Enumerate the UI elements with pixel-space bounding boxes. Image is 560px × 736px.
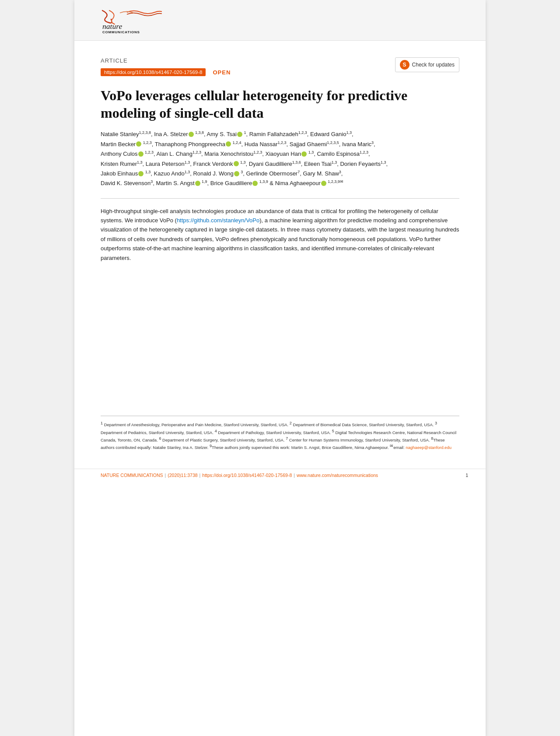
orcid-icon-12 xyxy=(321,181,326,186)
author-6: Thanaphong Phongpreecha 1,2,4, xyxy=(155,141,245,147)
orcid-icon-2 xyxy=(237,132,242,137)
author-25: Nima Aghaeepour 1,2,3,9✉ xyxy=(275,180,343,186)
orcid-icon-11 xyxy=(252,181,258,186)
springer-icon: S xyxy=(400,60,410,70)
svg-text:nature: nature xyxy=(102,22,122,31)
check-updates-area: S Check for updates xyxy=(395,57,459,72)
orcid-icon-5 xyxy=(138,151,144,157)
author-23: Martin S. Angst 1,9, xyxy=(156,180,210,186)
page: nature COMMUNICATIONS ARTICLE https://do… xyxy=(74,0,486,736)
header-row: ARTICLE https://doi.org/10.1038/s41467-0… xyxy=(101,57,459,83)
footer-page: 1 xyxy=(466,473,486,478)
footer-bar: NATURE COMMUNICATIONS | (2020)11:3738 | … xyxy=(74,469,486,481)
article-label-text: ARTICLE xyxy=(101,57,231,64)
svg-text:COMMUNICATIONS: COMMUNICATIONS xyxy=(102,30,140,34)
vopo-link[interactable]: https://github.com/stanleyn/VoPo xyxy=(177,217,259,224)
author-11: Maria Xenochristou1,2,3, xyxy=(204,151,265,157)
open-label: OPEN xyxy=(213,69,231,76)
section-divider xyxy=(101,198,459,199)
nature-logo-svg: nature COMMUNICATIONS xyxy=(92,8,162,34)
author-14: Laura Peterson1,3, xyxy=(146,161,193,167)
orcid-icon-10 xyxy=(195,181,200,186)
abstract-text: High-throughput single-cell analysis tec… xyxy=(101,207,459,263)
author-8: Sajjad Ghaemi1,2,3,5, xyxy=(290,141,342,147)
orcid-icon-8 xyxy=(138,171,144,176)
author-15: Franck Verdonk 1,3, xyxy=(193,161,248,167)
orcid-icon-6 xyxy=(301,151,307,157)
footer-year: (2020)11:3738 xyxy=(168,473,197,478)
authors-block: Natalie Stanley1,2,3,8, Ina A. Stelzer 1… xyxy=(101,130,459,189)
orcid-icon-3 xyxy=(136,141,141,147)
abstract-block: High-throughput single-cell analysis tec… xyxy=(101,207,459,263)
orcid-icon-4 xyxy=(226,141,231,147)
journal-logo: nature COMMUNICATIONS xyxy=(92,8,162,34)
footnotes-area: 1 Department of Anesthesiology, Perioper… xyxy=(101,416,459,451)
author-21: Gerlinde Obermoser7, xyxy=(246,170,303,177)
check-updates-label: Check for updates xyxy=(412,62,455,68)
footer-doi: https://doi.org/10.1038/s41467-020-17569… xyxy=(202,473,292,478)
author-1: Natalie Stanley1,2,3,8, xyxy=(101,131,154,137)
orcid-icon-9 xyxy=(234,171,239,176)
article-label: ARTICLE https://doi.org/10.1038/s41467-0… xyxy=(101,57,231,83)
footnote-text: 1 Department of Anesthesiology, Perioper… xyxy=(101,421,459,451)
top-bar: nature COMMUNICATIONS xyxy=(74,0,486,41)
author-12: Xiaoyuan Han 1,3, xyxy=(266,151,317,157)
article-title: VoPo leverages cellular heterogeneity fo… xyxy=(101,87,459,122)
footer-website: www.nature.com/naturecommunications xyxy=(297,473,378,478)
orcid-icon-1 xyxy=(189,132,194,137)
email-link[interactable]: naghaeep@stanford.edu xyxy=(406,445,452,450)
author-4: Ramin Fallahzadeh1,2,3, xyxy=(249,131,310,137)
author-20: Ronald J. Wong 3, xyxy=(193,170,246,177)
content-area: ARTICLE https://doi.org/10.1038/s41467-0… xyxy=(74,41,486,469)
doi-open-row: https://doi.org/10.1038/s41467-020-17569… xyxy=(101,68,231,76)
author-19: Kazuo Ando1,3, xyxy=(154,170,193,177)
author-7: Huda Nassar1,2,3, xyxy=(245,141,290,147)
author-24: Brice Gaudilliere 1,3,9 & xyxy=(210,180,275,186)
doi-badge[interactable]: https://doi.org/10.1038/s41467-020-17569… xyxy=(101,68,206,76)
author-2: Ina A. Stelzer 1,3,8, xyxy=(154,131,206,137)
author-3: Amy S. Tsai 1, xyxy=(207,131,249,137)
check-updates-button[interactable]: S Check for updates xyxy=(395,57,459,72)
footer-journal: NATURE COMMUNICATIONS xyxy=(101,473,163,478)
orcid-icon-7 xyxy=(234,161,239,166)
author-16: Dyani Gaudilliere1,3,6, xyxy=(249,161,304,167)
author-17: Eileen Tsai1,3, xyxy=(304,161,340,167)
author-10: Alan L. Chang1,2,3, xyxy=(157,151,205,157)
